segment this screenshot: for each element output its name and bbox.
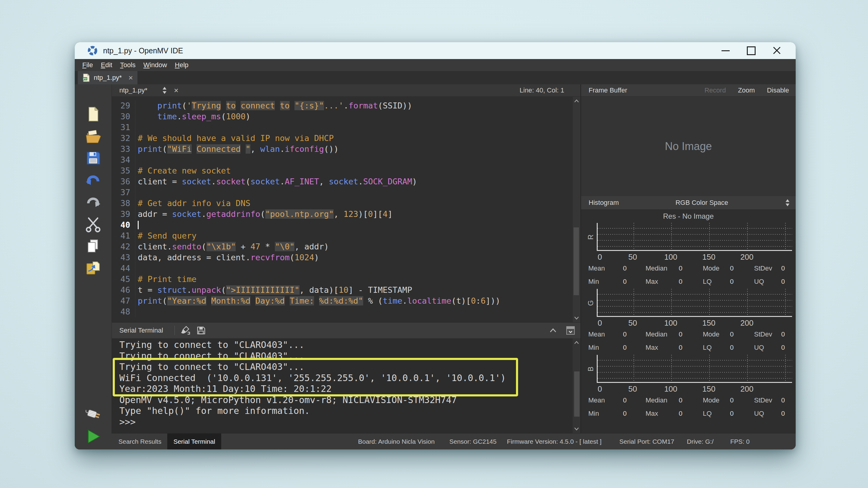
collapse-terminal-icon[interactable] — [549, 327, 557, 333]
menu-tools[interactable]: Tools — [116, 59, 139, 71]
cut-button[interactable] — [84, 216, 102, 233]
code-line: 44 — [112, 263, 572, 274]
text-cursor — [138, 221, 138, 229]
stat-label: UQ — [754, 344, 781, 352]
statusbar-tab-serial-terminal[interactable]: Serial Terminal — [167, 433, 221, 450]
code-line: 40 — [112, 220, 572, 230]
undo-icon — [85, 172, 101, 189]
stat-label: LQ — [703, 410, 730, 418]
scroll-up-icon[interactable] — [574, 340, 580, 345]
histogram-stats-row: Min0Max0LQ0UQ0 — [588, 275, 791, 288]
channel-plot — [597, 355, 792, 383]
save-file-icon — [85, 150, 101, 167]
stat-value: 0 — [623, 344, 627, 352]
code-line: 37 — [112, 187, 572, 198]
stat-value: 0 — [781, 410, 785, 418]
histogram-channel-g: G050100150200Mean0Median0Mode0StDev0Min0… — [585, 289, 792, 354]
code-text: # Create new socket — [138, 165, 231, 176]
channel-axis-label: B — [585, 355, 597, 383]
line-number: 34 — [112, 155, 135, 165]
x-tick-label: 0 — [598, 253, 602, 262]
undo-button[interactable] — [84, 171, 102, 189]
terminal-line: >>> — [119, 417, 581, 428]
frame-buffer-header: Frame Buffer RecordZoomDisable — [581, 84, 796, 97]
title-bar[interactable]: ntp_1.py - OpenMV IDE — [75, 42, 796, 59]
clear-terminal-icon[interactable] — [180, 325, 190, 335]
new-file-icon — [85, 106, 101, 123]
open-file-button[interactable] — [84, 127, 102, 145]
stat-label: Mode — [703, 330, 730, 338]
statusbar-tab-search-results[interactable]: Search Results — [113, 433, 167, 450]
connect-button[interactable] — [84, 406, 102, 424]
code-text: # Get addr info via DNS — [138, 198, 250, 209]
editor-scrollbar[interactable] — [572, 97, 581, 322]
terminal-line: Trying to connect to "CLARO403"... — [119, 351, 581, 362]
run-button[interactable] — [84, 428, 102, 445]
scroll-up-icon[interactable] — [574, 98, 580, 103]
document-close-icon[interactable]: × — [174, 86, 179, 95]
stat-label: StDev — [754, 330, 781, 338]
line-number: 39 — [112, 209, 135, 220]
maximize-button[interactable] — [744, 44, 758, 58]
code-line: 29 print('Trying to connect to "{:s}"...… — [112, 100, 572, 111]
histogram-channel-b: B050100150200Mean0Median0Mode0StDev0Min0… — [585, 355, 792, 420]
stat-label: Max — [646, 344, 679, 352]
stat-value: 0 — [781, 344, 785, 352]
frame-buffer-action-zoom[interactable]: Zoom — [738, 87, 755, 94]
code-text: addr = socket.getaddrinfo("pool.ntp.org"… — [138, 209, 393, 220]
paste-button[interactable] — [84, 259, 102, 277]
menu-file[interactable]: File — [79, 59, 97, 71]
tab-ntp-1-py[interactable]: PY ntp_1.py* × — [78, 71, 137, 84]
document-selector[interactable]: ntp_1.py* — [119, 87, 147, 94]
frame-buffer-action-record[interactable]: Record — [704, 87, 726, 94]
line-number: 30 — [112, 111, 135, 122]
stat-value: 0 — [623, 330, 627, 338]
x-tick-label: 150 — [702, 253, 715, 262]
stat-label: Mean — [588, 396, 623, 404]
close-button[interactable] — [770, 44, 784, 58]
serial-terminal[interactable]: Trying to connect to "CLARO403"...Trying… — [112, 338, 581, 433]
x-tick-label: 200 — [741, 318, 753, 328]
stat-label: Mode — [703, 264, 730, 272]
x-tick-label: 200 — [741, 384, 753, 394]
color-space-spinner-icon[interactable] — [785, 198, 790, 207]
save-log-icon[interactable] — [196, 325, 206, 335]
stat-label: Max — [646, 410, 679, 418]
serial-terminal-header: Serial Terminal — [112, 322, 581, 338]
stat-value: 0 — [730, 278, 734, 286]
stat-value: 0 — [679, 344, 682, 352]
x-tick-label: 50 — [628, 318, 637, 328]
stat-value: 0 — [781, 278, 785, 286]
stat-label: UQ — [754, 410, 781, 418]
new-file-button[interactable] — [84, 105, 102, 123]
undock-terminal-icon[interactable] — [565, 325, 576, 335]
menu-window[interactable]: Window — [140, 59, 171, 71]
code-text: client = socket.socket(socket.AF_INET, s… — [138, 176, 417, 187]
stat-label: Min — [588, 278, 623, 286]
save-file-button[interactable] — [84, 150, 102, 167]
code-editor[interactable]: 29 print('Trying to connect to "{:s}"...… — [112, 97, 581, 322]
frame-buffer-action-disable[interactable]: Disable — [767, 87, 789, 94]
color-space-selector[interactable]: RGB Color Space — [675, 199, 728, 207]
status-info: Drive: G:/ — [687, 433, 714, 450]
terminal-line: OpenMV v4.5.0; MicroPython v1.20-omv-r8;… — [119, 395, 581, 406]
menu-help[interactable]: Help — [171, 59, 192, 71]
copy-button[interactable] — [84, 237, 102, 255]
openmv-ide-window: ntp_1.py - OpenMV IDE FileEditToolsWindo… — [75, 42, 796, 450]
redo-button[interactable] — [84, 193, 102, 211]
code-text: time.sleep_ms(1000) — [138, 111, 250, 122]
minimize-button[interactable] — [718, 44, 733, 58]
channel-axis-label: R — [585, 223, 597, 251]
tab-close-icon[interactable]: × — [128, 74, 133, 81]
cursor-position-status: Line: 40, Col: 1 — [520, 87, 564, 94]
stat-value: 0 — [679, 278, 682, 286]
menu-edit[interactable]: Edit — [97, 59, 116, 71]
resolution-label: Res - No Image — [585, 212, 792, 222]
document-spinner-icon[interactable] — [162, 86, 167, 95]
editor-scrollbar-thumb[interactable] — [574, 227, 579, 295]
scroll-down-icon[interactable] — [574, 427, 580, 431]
terminal-scrollbar-thumb[interactable] — [574, 371, 580, 417]
scroll-down-icon[interactable] — [574, 316, 580, 321]
code-line: 39addr = socket.getaddrinfo("pool.ntp.or… — [112, 209, 572, 220]
code-area[interactable]: 29 print('Trying to connect to "{:s}"...… — [112, 97, 572, 322]
